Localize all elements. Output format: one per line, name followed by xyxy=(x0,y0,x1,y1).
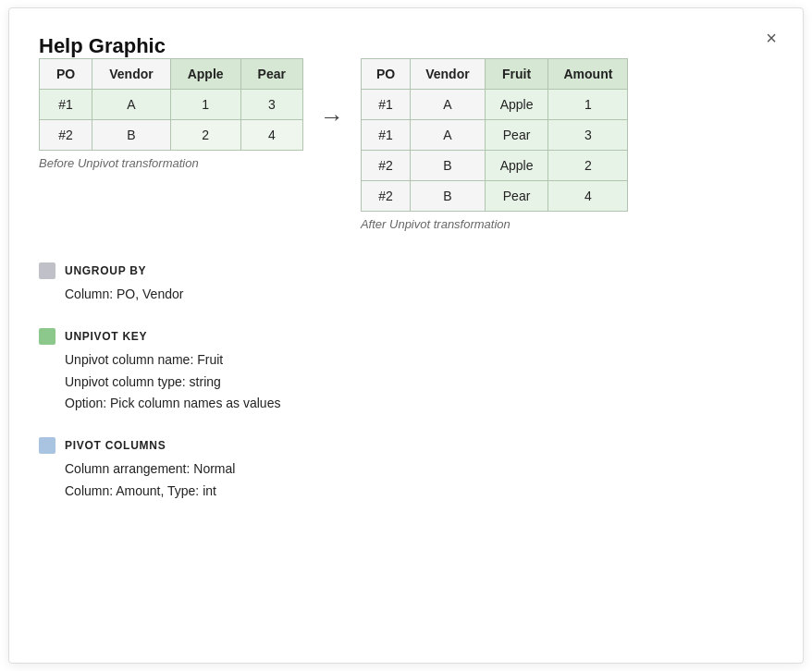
table-row: #1 A 1 3 xyxy=(40,90,303,120)
after-table: PO Vendor Fruit Amount #1 A Apple xyxy=(361,58,628,212)
before-th-pear: Pear xyxy=(240,59,302,90)
left-panel: PO Vendor Apple Pear #1 A 1 3 xyxy=(39,58,773,503)
close-button[interactable]: × xyxy=(766,29,777,47)
after-cell: #2 xyxy=(361,181,410,212)
transform-arrow: → xyxy=(320,103,344,131)
before-table: PO Vendor Apple Pear #1 A 1 3 xyxy=(39,58,303,151)
table-row: #1 A Apple 1 xyxy=(361,90,627,120)
after-cell: #1 xyxy=(361,120,410,151)
pivot-columns-section: PIVOT COLUMNS Column arrangement: Normal… xyxy=(39,437,755,503)
after-cell: B xyxy=(411,151,485,181)
pivot-columns-color-box xyxy=(39,437,55,454)
ungroup-color-box xyxy=(39,262,55,279)
before-caption: Before Unpivot transformation xyxy=(39,156,303,170)
ungroup-header: UNGROUP BY xyxy=(39,262,755,279)
after-cell-amount: 3 xyxy=(548,120,628,151)
table-row: #2 B 2 4 xyxy=(40,120,303,151)
before-cell: 3 xyxy=(240,90,302,120)
after-cell-amount: 4 xyxy=(548,181,628,212)
after-cell-fruit: Pear xyxy=(485,181,548,212)
unpivot-key-color-box xyxy=(39,328,55,345)
unpivot-key-header: UNPIVOT KEY xyxy=(39,328,755,345)
before-table-wrapper: PO Vendor Apple Pear #1 A 1 3 xyxy=(39,58,303,170)
before-cell: 1 xyxy=(170,90,240,120)
after-th-po: PO xyxy=(361,59,410,90)
after-th-fruit: Fruit xyxy=(485,59,548,90)
after-cell-amount: 1 xyxy=(548,90,628,120)
pivot-columns-label: PIVOT COLUMNS xyxy=(65,439,166,452)
after-table-wrapper: PO Vendor Fruit Amount #1 A Apple xyxy=(361,58,628,231)
tables-row: PO Vendor Apple Pear #1 A 1 3 xyxy=(39,58,755,240)
before-cell: B xyxy=(92,120,170,151)
unpivot-key-line-3: Option: Pick column names as values xyxy=(65,393,755,415)
unpivot-key-label: UNPIVOT KEY xyxy=(65,330,147,343)
unpivot-key-line-1: Unpivot column name: Fruit xyxy=(65,349,755,372)
arrow-area: → xyxy=(303,58,361,131)
after-cell: #1 xyxy=(361,90,410,120)
before-cell: 2 xyxy=(170,120,240,151)
ungroup-section: UNGROUP BY Column: PO, Vendor xyxy=(39,262,755,306)
help-graphic-dialog: Help Graphic × PO Vendor Apple Pear xyxy=(8,7,804,664)
after-cell-amount: 2 xyxy=(548,151,628,181)
after-cell-fruit: Pear xyxy=(485,120,548,151)
after-cell: B xyxy=(411,181,485,212)
before-cell: #2 xyxy=(40,120,92,151)
ungroup-body: Column: PO, Vendor xyxy=(39,284,755,306)
before-th-apple: Apple xyxy=(170,59,240,90)
after-th-vendor: Vendor xyxy=(411,59,485,90)
before-th-po: PO xyxy=(40,59,92,90)
table-row: #1 A Pear 3 xyxy=(361,120,627,151)
before-th-vendor: Vendor xyxy=(92,59,170,90)
pivot-columns-line-2: Column: Amount, Type: int xyxy=(65,481,755,503)
unpivot-key-body: Unpivot column name: Fruit Unpivot colum… xyxy=(39,349,755,415)
after-cell-fruit: Apple xyxy=(485,90,548,120)
ungroup-label: UNGROUP BY xyxy=(65,264,146,277)
ungroup-line: Column: PO, Vendor xyxy=(65,284,755,306)
before-cell: #1 xyxy=(40,90,92,120)
after-cell: #2 xyxy=(361,151,410,181)
pivot-columns-body: Column arrangement: Normal Column: Amoun… xyxy=(39,458,755,503)
after-caption: After Unpivot transformation xyxy=(361,217,628,231)
after-cell: A xyxy=(411,90,485,120)
before-cell: A xyxy=(92,90,170,120)
pivot-columns-header: PIVOT COLUMNS xyxy=(39,437,755,454)
pivot-columns-line-1: Column arrangement: Normal xyxy=(65,458,755,481)
dialog-title: Help Graphic xyxy=(39,34,166,57)
content-area: PO Vendor Apple Pear #1 A 1 3 xyxy=(39,58,773,503)
after-cell-fruit: Apple xyxy=(485,151,548,181)
before-cell: 4 xyxy=(240,120,302,151)
unpivot-key-line-2: Unpivot column type: string xyxy=(65,372,755,394)
unpivot-key-section: UNPIVOT KEY Unpivot column name: Fruit U… xyxy=(39,328,755,415)
after-th-amount: Amount xyxy=(548,59,628,90)
table-row: #2 B Apple 2 xyxy=(361,151,627,181)
after-cell: A xyxy=(411,120,485,151)
table-row: #2 B Pear 4 xyxy=(361,181,627,212)
